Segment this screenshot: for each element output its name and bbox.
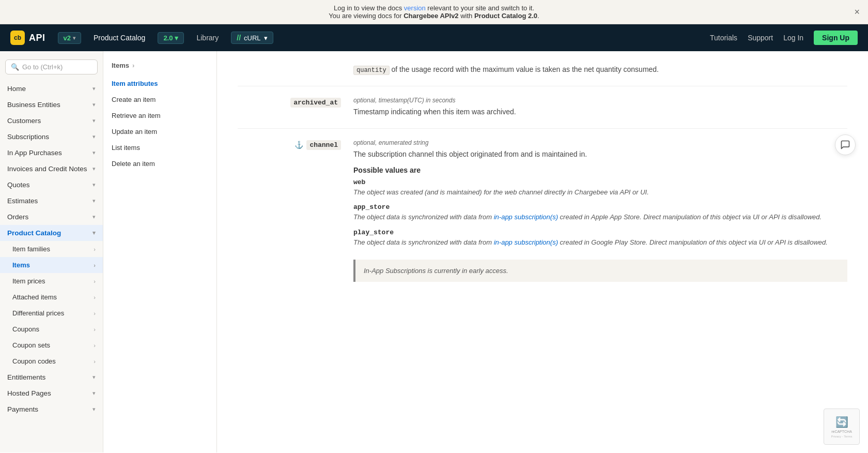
- sidebar-item-business-entities[interactable]: Business Entities ▾: [0, 97, 103, 113]
- enum-web-desc: The object was created (and is maintaine…: [353, 187, 847, 198]
- login-link[interactable]: Log In: [783, 34, 803, 42]
- comment-icon: [840, 140, 850, 150]
- signup-link[interactable]: Sign Up: [814, 31, 858, 45]
- channel-row: ⚓ channel optional, enumerated string Th…: [238, 128, 847, 293]
- sidebar-item-item-families[interactable]: Item families ›: [0, 241, 103, 257]
- estimates-chevron-icon: ▾: [92, 198, 96, 204]
- version-selector[interactable]: v2 ▾: [58, 32, 81, 44]
- early-access-callout: In-App Subscriptions is currently in ear…: [353, 260, 847, 282]
- sidebar-item-in-app-purchases[interactable]: In App Purchases ▾: [0, 145, 103, 161]
- sidebar-item-hosted-pages[interactable]: Hosted Pages ▾: [0, 385, 103, 401]
- item-prices-arrow-icon: ›: [94, 278, 96, 284]
- item-families-arrow-icon: ›: [94, 246, 96, 252]
- channel-desc: The subscription channel this object ori…: [353, 148, 847, 160]
- download-icon: ⚓: [295, 141, 303, 149]
- archived-at-row: archived_at optional, timestamp(UTC) in …: [238, 86, 847, 128]
- announcement-bar: Log in to view the docs version relevant…: [0, 0, 868, 24]
- enum-play-store-desc: The object data is synchronized with dat…: [353, 237, 847, 248]
- top-nav: cb API v2 ▾ Product Catalog 2.0 ▾ Librar…: [0, 24, 868, 51]
- content-pane: quantity of the usage record with the ma…: [217, 51, 868, 452]
- version-link[interactable]: version: [404, 4, 426, 12]
- sidebar-item-entitlements[interactable]: Entitlements ▾: [0, 369, 103, 385]
- app-store-link[interactable]: in-app subscription(s): [494, 213, 558, 221]
- iap-chevron-icon: ▾: [92, 149, 96, 156]
- sidebar-item-orders[interactable]: Orders ▾: [0, 209, 103, 225]
- coupons-arrow-icon: ›: [94, 326, 96, 333]
- sidebar-item-coupon-sets[interactable]: Coupon sets ›: [0, 337, 103, 353]
- subnav-item-delete[interactable]: Delete an item: [103, 156, 216, 172]
- subnav-item-update[interactable]: Update an item: [103, 124, 216, 140]
- search-icon: 🔍: [11, 63, 19, 71]
- archived-at-desc: Timestamp indicating when this item was …: [353, 106, 847, 117]
- archived-at-attr-name: archived_at: [290, 98, 341, 108]
- enum-play-store: play_store The object data is synchroniz…: [353, 229, 847, 248]
- sidebar-item-items[interactable]: Items ›: [0, 257, 103, 273]
- product-catalog-nav[interactable]: Product Catalog: [89, 34, 149, 42]
- enum-app-store: app_store The object data is synchronize…: [353, 203, 847, 222]
- sidebar-item-coupons[interactable]: Coupons ›: [0, 321, 103, 337]
- sidebar-item-invoices[interactable]: Invoices and Credit Notes ▾: [0, 161, 103, 177]
- curl-slash-icon: //: [237, 34, 241, 42]
- orders-chevron-icon: ▾: [92, 214, 96, 220]
- search-box[interactable]: 🔍 Go to (Ctrl+k): [5, 59, 98, 74]
- sidebar-item-differential-prices[interactable]: Differential prices ›: [0, 305, 103, 321]
- breadcrumb-arrow-icon: ›: [132, 62, 134, 69]
- search-placeholder: Go to (Ctrl+k): [22, 63, 63, 71]
- sidebar-item-home[interactable]: Home ▾: [0, 81, 103, 97]
- curl-chevron-icon: ▾: [264, 34, 268, 42]
- sidebar-item-payments[interactable]: Payments ▾: [0, 401, 103, 417]
- sidebar-item-estimates[interactable]: Estimates ▾: [0, 193, 103, 209]
- subnav-item-retrieve[interactable]: Retrieve an item: [103, 108, 216, 124]
- subnav-item-list[interactable]: List items: [103, 140, 216, 156]
- library-nav[interactable]: Library: [192, 34, 223, 42]
- play-store-link[interactable]: in-app subscription(s): [494, 238, 558, 246]
- hosted-pages-chevron-icon: ▾: [92, 390, 96, 397]
- enum-play-store-value: play_store: [353, 229, 847, 236]
- enum-web-value: web: [353, 178, 847, 186]
- breadcrumb: Items ›: [103, 57, 216, 76]
- api-label: API: [29, 33, 45, 43]
- version-chevron-icon: ▾: [73, 35, 75, 41]
- be-chevron-icon: ▾: [92, 101, 96, 108]
- invoices-chevron-icon: ▾: [92, 165, 96, 172]
- channel-meta: optional, enumerated string: [353, 139, 847, 146]
- chargebee-logo: cb: [10, 31, 25, 45]
- sub-nav: Items › Item attributes Create an item R…: [103, 51, 217, 452]
- payments-chevron-icon: ▾: [92, 406, 96, 413]
- subscriptions-chevron-icon: ▾: [92, 133, 96, 140]
- sidebar-item-product-catalog[interactable]: Product Catalog ▾: [0, 225, 103, 241]
- archived-at-name-col: archived_at: [238, 97, 341, 117]
- sidebar-item-subscriptions[interactable]: Subscriptions ▾: [0, 129, 103, 145]
- subnav-item-create[interactable]: Create an item: [103, 92, 216, 108]
- quantity-attr-name-col: [238, 64, 341, 76]
- sidebar: 🔍 Go to (Ctrl+k) Home ▾ Business Entitie…: [0, 51, 103, 452]
- archived-at-content: optional, timestamp(UTC) in seconds Time…: [353, 97, 847, 117]
- pc-chevron-icon: ▾: [92, 230, 96, 236]
- diff-prices-arrow-icon: ›: [94, 310, 96, 316]
- curl-selector[interactable]: // cURL ▾: [231, 32, 273, 44]
- sidebar-item-quotes[interactable]: Quotes ▾: [0, 177, 103, 193]
- comment-button[interactable]: [835, 134, 856, 155]
- sidebar-item-item-prices[interactable]: Item prices ›: [0, 273, 103, 289]
- enum-web: web The object was created (and is maint…: [353, 178, 847, 198]
- enum-app-store-desc: The object data is synchronized with dat…: [353, 212, 847, 222]
- sidebar-item-customers[interactable]: Customers ▾: [0, 113, 103, 129]
- channel-content: optional, enumerated string The subscrip…: [353, 139, 847, 282]
- subnav-item-attributes[interactable]: Item attributes: [103, 76, 216, 92]
- tutorials-link[interactable]: Tutorials: [710, 34, 737, 42]
- quantity-row: quantity of the usage record with the ma…: [238, 64, 847, 86]
- catalog-version-selector[interactable]: 2.0 ▾: [158, 32, 184, 44]
- announcement-text: Log in to view the docs version relevant…: [329, 4, 539, 20]
- quantity-attr-content: quantity of the usage record with the ma…: [353, 64, 847, 76]
- sidebar-item-coupon-codes[interactable]: Coupon codes ›: [0, 353, 103, 369]
- recaptcha-box: 🔄 reCAPTCHA Privacy - Terms: [824, 409, 860, 445]
- support-link[interactable]: Support: [748, 34, 773, 42]
- channel-name-col: ⚓ channel: [238, 139, 341, 282]
- sidebar-item-attached-items[interactable]: Attached items ›: [0, 289, 103, 305]
- close-announcement-button[interactable]: ×: [854, 7, 860, 17]
- customers-chevron-icon: ▾: [92, 117, 96, 124]
- quantity-code: quantity: [353, 66, 390, 75]
- archived-at-meta: optional, timestamp(UTC) in seconds: [353, 97, 847, 104]
- coupon-codes-arrow-icon: ›: [94, 358, 96, 365]
- main-area: Items › Item attributes Create an item R…: [103, 51, 868, 452]
